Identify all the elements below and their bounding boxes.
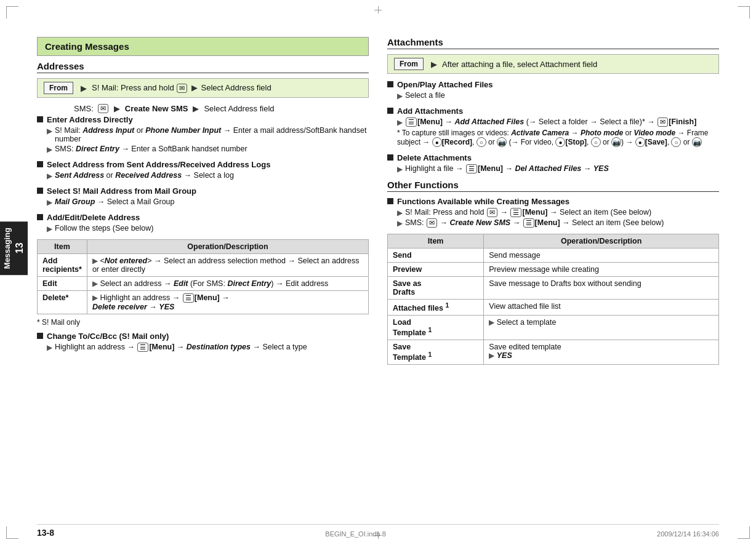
chevron-icon8: ▶ (92, 293, 98, 302)
enter-subitem-1-text: S! Mail: Address Input or Phone Number I… (55, 126, 369, 143)
table-row-save-drafts: Save asDrafts Save message to Drafts box… (388, 277, 719, 300)
c-btn2: ○ (591, 137, 601, 147)
chevron-icon12: ▶ (397, 165, 403, 173)
chevron-icon10: ▶ (397, 92, 403, 100)
bullet-openplay-title: Open/Play Attached Files (397, 80, 493, 89)
bullet-header-delatt: Delete Attachments (387, 153, 719, 162)
corner-mark-br (738, 527, 750, 539)
bullet-enter-title: Enter Address Directly (47, 115, 133, 124)
funcavail-subitem-2-text: SMS: ✉ → Create New SMS → ☰[Menu] → Sele… (405, 218, 664, 228)
bullet-add-edit: Add/Edit/Delete Address ▶ Follow the ste… (37, 213, 369, 233)
chevron-icon15: ▶ (489, 318, 494, 327)
section-title: Creating Messages (37, 37, 369, 56)
corner-mark-bl (6, 527, 18, 539)
table-row-preview: Preview Preview message while creating (388, 263, 719, 277)
c-btn: ○ (477, 137, 486, 147)
chevron-icon3: ▶ (47, 172, 52, 180)
enter-subitem-2-text: SMS: Direct Entry → Enter a SoftBank han… (55, 145, 247, 153)
toccbcc-subitem-1: ▶ Highlight an address → ☰[Menu] → Desti… (47, 343, 369, 352)
bullet-enter-address: Enter Address Directly ▶ S! Mail: Addres… (37, 115, 369, 154)
chevron-icon6: ▶ (92, 257, 98, 265)
chevron-icon14: ▶ (397, 219, 403, 228)
chevron-icon9: ▶ (47, 343, 52, 352)
table-row: Addrecipients* ▶ <Not entered> → Select … (38, 254, 369, 277)
finish-icon: ✉ (657, 117, 668, 127)
menu-icon4: ☰ (466, 164, 477, 173)
table-row: Delete* ▶ Highlight an address → ☰[Menu]… (38, 291, 369, 314)
bullet-square (37, 116, 43, 122)
mailgroup-subitem-1-text: Mail Group → Select a Mail Group (55, 197, 175, 206)
table-cell-send-desc: Send message (484, 249, 719, 263)
addedit-subitem-1: ▶ Follow the steps (See below) (47, 224, 369, 233)
bullet-header-addedit: Add/Edit/Delete Address (37, 213, 369, 222)
select-subitem-1-text: Sent Address or Received Address → Selec… (55, 171, 234, 180)
sms-icon2: ✉ (427, 218, 437, 228)
bullet-header-openplay: Open/Play Attached Files (387, 80, 719, 89)
mail-icon2: ✉ (487, 208, 497, 217)
sms-icon: ✉ (98, 104, 108, 113)
enter-subitem-2: ▶ SMS: Direct Entry → Enter a SoftBank h… (47, 145, 369, 154)
bullet-funcavail-title: Functions Available while Creating Messa… (397, 197, 569, 206)
chevron-icon4: ▶ (47, 198, 52, 207)
tab-number: 13 (14, 243, 25, 254)
table-cell-savetemplate: SaveTemplate 1 (388, 340, 484, 365)
toccbcc-subitem-1-text: Highlight an address → ☰[Menu] → Destina… (55, 343, 307, 352)
bullet-header-toccbcc: Change To/Cc/Bcc (S! Mail only) (37, 332, 369, 341)
left-column: Creating Messages Addresses From ▶ S! Ma… (37, 37, 369, 514)
chevron-icon13: ▶ (397, 209, 403, 217)
bullet-header-select: Select Address from Sent Address/Receive… (37, 160, 369, 169)
create-new-sms-text: Create New SMS (125, 104, 188, 113)
delatt-subitem-1-text: Highlight a file → ☰[Menu] → Del Attache… (405, 164, 609, 173)
table-cell-attached: Attached files 1 (388, 300, 484, 316)
from-button-right[interactable]: From (394, 58, 424, 70)
openplay-subitem-1-text: Select a file (405, 91, 445, 100)
menu-icon3: ☰ (406, 117, 417, 127)
record-btn: ● (432, 137, 442, 147)
footer: 13-8 BEGIN_E_OI.indb 8 2009/12/14 16:34:… (37, 524, 719, 538)
footer-date: 2009/12/14 16:34:06 (657, 530, 719, 538)
mail-icon: ✉ (177, 84, 187, 93)
arrow-icon: ▶ (81, 84, 87, 93)
table-note: * S! Mail only (37, 318, 369, 327)
table-header-item2: Item (388, 234, 484, 249)
bullet-square5 (37, 333, 43, 339)
funcavail-subitem-1: ▶ S! Mail: Press and hold ✉ → ☰[Menu] → … (397, 208, 719, 217)
bullet-square3 (37, 188, 43, 194)
center-mark-top (374, 6, 382, 14)
bullet-delete-attachments: Delete Attachments ▶ Highlight a file → … (387, 153, 719, 173)
table-cell-preview: Preview (388, 263, 484, 277)
table-row-save-template: SaveTemplate 1 Save edited template ▶ YE… (388, 340, 719, 365)
cam-btn: 📷 (497, 137, 507, 147)
footer-filename: BEGIN_E_OI.indb 8 (325, 530, 385, 538)
table-cell-savedrafts-desc: Save message to Drafts box without sendi… (484, 277, 719, 300)
table-cell-desc2: ▶ Select an address → Edit (For SMS: Dir… (87, 277, 368, 291)
table-cell-attached-desc: View attached file list (484, 300, 719, 316)
table-cell-preview-desc: Preview message while creating (484, 263, 719, 277)
bullet-toccbcc-title: Change To/Cc/Bcc (S! Mail only) (47, 332, 169, 341)
chevron-icon: ▶ (47, 127, 52, 135)
delatt-subitem-1: ▶ Highlight a file → ☰[Menu] → Del Attac… (397, 164, 719, 173)
content-area: Creating Messages Addresses From ▶ S! Ma… (37, 37, 719, 514)
address-table: Item Operation/Description Addrecipients… (37, 239, 369, 314)
bullet-addatt-title: Add Attachments (397, 106, 463, 116)
bullet-square9 (387, 198, 393, 204)
from-sms-row: SMS: ✉ ▶ Create New SMS ▶ Select Address… (74, 104, 369, 113)
table-cell-item2: Edit (38, 277, 87, 291)
addatt-subitem-1: ▶ ☰[Menu] → Add Attached Files (→ Select… (397, 117, 719, 127)
other-functions-title: Other Functions (387, 180, 719, 192)
attachments-title: Attachments (387, 37, 719, 49)
bullet-square6 (387, 81, 393, 87)
arrow-icon3: ▶ (114, 104, 120, 113)
mailgroup-subitem-1: ▶ Mail Group → Select a Mail Group (47, 197, 369, 207)
page-container: 13 Messaging Creating Messages Addresses… (0, 0, 756, 545)
openplay-subitem-1: ▶ Select a file (397, 91, 719, 100)
bullet-header-mailgroup: Select S! Mail Address from Mail Group (37, 186, 369, 196)
bullet-header-funcavail: Functions Available while Creating Messa… (387, 197, 719, 206)
table-cell-savetemplate-desc: Save edited template ▶ YES (484, 340, 719, 365)
bullet-select-title: Select Address from Sent Address/Receive… (47, 160, 270, 169)
from-button[interactable]: From (44, 82, 73, 94)
table-cell-send: Send (388, 249, 484, 263)
arrow-icon4: ▶ (193, 104, 199, 113)
corner-mark-tl (6, 6, 18, 18)
bullet-square8 (387, 154, 393, 161)
